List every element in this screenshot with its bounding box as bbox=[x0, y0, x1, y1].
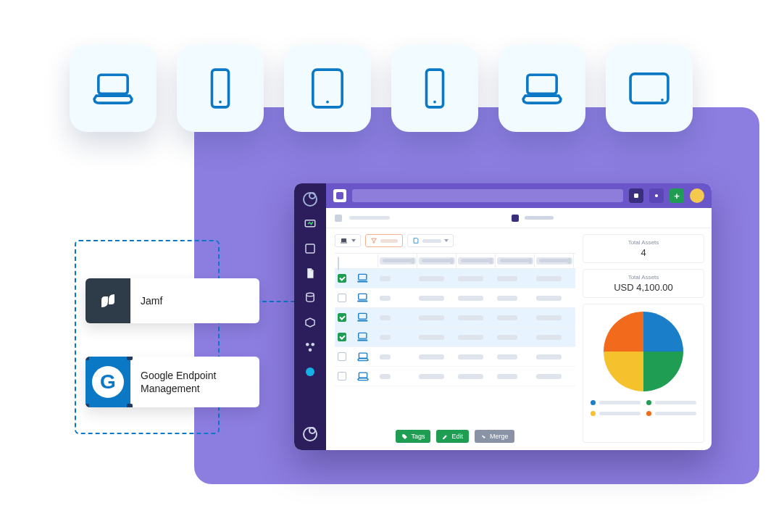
merge-button[interactable]: Merge bbox=[475, 430, 514, 443]
table-cell bbox=[380, 335, 391, 340]
app-subbar bbox=[326, 208, 712, 228]
save-filter-button[interactable] bbox=[407, 234, 454, 247]
table-cell bbox=[458, 296, 483, 301]
svg-point-15 bbox=[309, 349, 312, 352]
legend-item bbox=[591, 400, 641, 405]
table-row[interactable] bbox=[335, 328, 575, 347]
row-checkbox[interactable] bbox=[338, 313, 346, 322]
sidebar-item-tickets[interactable] bbox=[303, 241, 317, 256]
table-cell bbox=[458, 276, 483, 281]
table-cell bbox=[497, 296, 517, 301]
svg-rect-20 bbox=[359, 274, 367, 280]
connector-dot-icon bbox=[127, 357, 133, 360]
table-row[interactable] bbox=[335, 269, 575, 288]
topbar-search-input[interactable] bbox=[352, 189, 623, 202]
select-all-checkbox[interactable] bbox=[338, 257, 339, 270]
app-main: + bbox=[326, 183, 712, 450]
bulk-actions-bar: Tags Edit Merge bbox=[335, 425, 575, 443]
chart-legend bbox=[591, 400, 696, 416]
row-checkbox[interactable] bbox=[338, 372, 346, 381]
table-row[interactable] bbox=[335, 308, 575, 328]
device-icon-row bbox=[70, 45, 693, 132]
tags-button[interactable]: Tags bbox=[396, 430, 430, 443]
row-checkbox[interactable] bbox=[338, 274, 346, 283]
table-row[interactable] bbox=[335, 367, 575, 386]
table-column-header[interactable] bbox=[458, 257, 494, 265]
integration-chip-google[interactable]: G Google Endpoint Management bbox=[86, 357, 259, 407]
device-tablet-landscape-icon bbox=[606, 45, 693, 132]
assets-breakdown-chart-card bbox=[583, 304, 704, 443]
row-checkbox[interactable] bbox=[338, 294, 346, 302]
table-cell bbox=[458, 315, 483, 320]
svg-point-4 bbox=[326, 101, 329, 104]
table-cell bbox=[380, 296, 391, 301]
device-laptop-icon-2 bbox=[499, 45, 585, 132]
table-cell bbox=[497, 354, 517, 359]
svg-point-9 bbox=[661, 99, 664, 101]
svg-rect-26 bbox=[359, 333, 367, 338]
table-column-header[interactable] bbox=[419, 257, 455, 265]
sidebar-item-network[interactable] bbox=[303, 340, 317, 354]
device-phone-icon-2 bbox=[391, 45, 478, 132]
table-row[interactable] bbox=[335, 347, 575, 367]
device-laptop-icon bbox=[70, 45, 157, 132]
table-column-header[interactable] bbox=[380, 257, 416, 265]
breadcrumb-home-icon[interactable] bbox=[335, 215, 342, 222]
table-column-header[interactable] bbox=[536, 257, 572, 265]
assets-table bbox=[335, 253, 575, 386]
svg-point-13 bbox=[306, 343, 309, 346]
table-cell bbox=[380, 374, 391, 379]
table-cell bbox=[380, 276, 391, 281]
table-cell bbox=[458, 374, 483, 379]
table-cell bbox=[419, 276, 444, 281]
sidebar-item-database[interactable] bbox=[303, 291, 317, 305]
tab-label-placeholder bbox=[525, 216, 554, 220]
topbar-notifications-button[interactable] bbox=[629, 188, 643, 203]
integration-chip-jamf[interactable]: Jamf bbox=[86, 278, 259, 323]
topbar-settings-button[interactable] bbox=[649, 188, 664, 203]
assets-type-dropdown[interactable] bbox=[335, 234, 361, 247]
svg-rect-11 bbox=[306, 244, 314, 253]
svg-rect-25 bbox=[357, 320, 367, 322]
svg-rect-22 bbox=[359, 294, 367, 299]
topbar-avatar[interactable] bbox=[690, 188, 704, 203]
table-cell bbox=[536, 315, 562, 320]
sidebar-item-inventory[interactable] bbox=[303, 315, 317, 330]
stat-label: Total Assets bbox=[586, 274, 701, 280]
filter-dropdown[interactable] bbox=[365, 234, 403, 247]
breadcrumb bbox=[349, 216, 390, 220]
app-sidebar bbox=[294, 183, 326, 450]
svg-rect-19 bbox=[341, 243, 347, 244]
table-cell bbox=[536, 335, 562, 340]
row-checkbox[interactable] bbox=[338, 352, 346, 361]
table-column-header[interactable] bbox=[497, 257, 533, 265]
sidebar-item-documents[interactable] bbox=[303, 266, 317, 280]
app-logo-icon[interactable] bbox=[303, 192, 317, 207]
asset-type-icon bbox=[356, 312, 377, 323]
table-cell bbox=[380, 354, 391, 359]
integration-chip-label: Google Endpoint Management bbox=[130, 369, 259, 395]
pie-chart bbox=[604, 312, 683, 391]
app-footer-logo-icon bbox=[303, 427, 317, 441]
asset-type-icon bbox=[356, 371, 377, 381]
google-logo-icon: G bbox=[86, 357, 130, 407]
topbar-add-button[interactable]: + bbox=[670, 188, 684, 203]
svg-rect-28 bbox=[359, 353, 367, 358]
svg-rect-29 bbox=[359, 373, 367, 378]
table-row[interactable] bbox=[335, 288, 575, 308]
total-assets-cost-card: Total Assets USD 4,100.00 bbox=[583, 269, 704, 298]
sidebar-item-active[interactable] bbox=[303, 365, 317, 379]
row-checkbox[interactable] bbox=[338, 333, 346, 341]
sidebar-item-dashboard[interactable] bbox=[303, 217, 317, 231]
app-topbar: + bbox=[326, 183, 712, 208]
total-assets-card: Total Assets 4 bbox=[583, 234, 704, 263]
topbar-apps-button[interactable] bbox=[333, 189, 346, 202]
table-cell bbox=[497, 335, 517, 340]
tab-assets[interactable] bbox=[512, 215, 519, 222]
edit-button[interactable]: Edit bbox=[436, 430, 469, 443]
table-cell bbox=[536, 296, 562, 301]
svg-point-12 bbox=[306, 293, 314, 296]
connector-dot-icon bbox=[127, 404, 133, 407]
legend-item bbox=[591, 411, 641, 416]
integration-chip-label: Jamf bbox=[130, 294, 172, 307]
